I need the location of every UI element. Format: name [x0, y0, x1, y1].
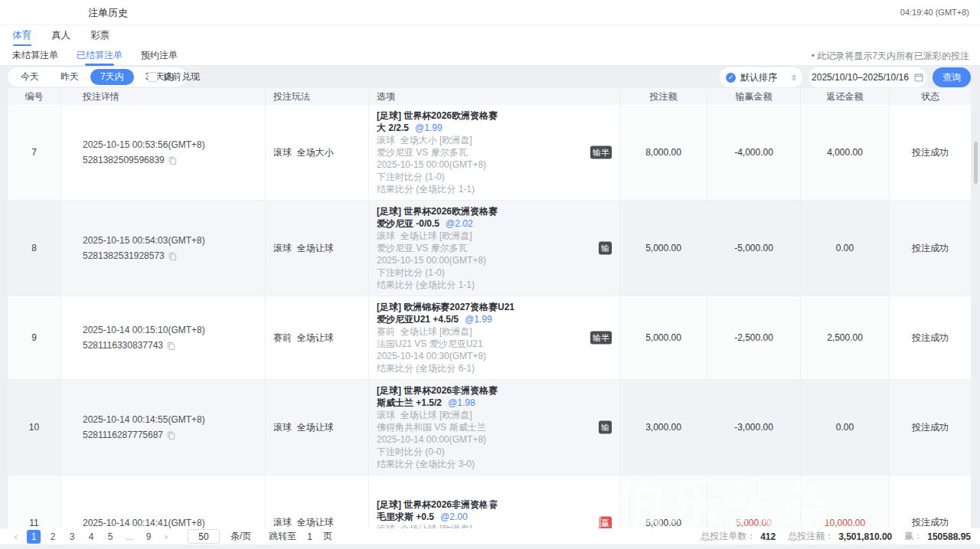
- cashout-checkbox[interactable]: [148, 72, 158, 82]
- bet-table: 编号 投注详情 投注玩法 选项 投注额 输赢金额 返还金额 状态 72025-1…: [8, 88, 971, 528]
- cell-refund-amount: 0.00: [801, 380, 890, 475]
- option-line: 斯威士兰 +1.5/2@1.98: [377, 397, 498, 409]
- option-line: 滚球 全场让球 [欧洲盘]: [377, 230, 498, 242]
- option-line: 结果比分 (全场比分 6-1): [377, 362, 514, 374]
- copy-icon[interactable]: [168, 252, 177, 260]
- page-button-9[interactable]: 9: [142, 530, 155, 544]
- result-badge: 输半: [590, 146, 612, 159]
- cell-winloss-amount: -5,000.00: [707, 201, 801, 296]
- option-line: 爱沙尼亚 -0/0.5@2.02: [377, 217, 498, 230]
- table-body: 72025-10-15 00:53:56(GMT+8)5281382509596…: [8, 105, 971, 528]
- cell-status: 投注成功: [890, 201, 971, 296]
- bet-amount: 5,000.00: [645, 243, 681, 253]
- search-button[interactable]: 查询: [933, 67, 971, 87]
- odds-value: @1.98: [448, 397, 475, 408]
- subtab-settled[interactable]: 已结算注单: [77, 47, 122, 66]
- cell-play-type: 滚球 全场让球: [266, 201, 369, 296]
- cell-winloss-amount: -3,000.00: [707, 380, 801, 475]
- main-tabs: 体育真人彩票: [0, 25, 980, 47]
- page-button-2[interactable]: 2: [46, 530, 60, 544]
- tab-lottery[interactable]: 彩票: [90, 25, 109, 47]
- bet-amount: 5,000.00: [645, 518, 681, 528]
- sort-check-icon: ✓: [726, 73, 736, 83]
- subtab-unsettled[interactable]: 未结算注单: [12, 47, 58, 66]
- option-line: 下注时比分 (1-0): [377, 171, 498, 183]
- option-lines: [足球] 世界杯2026欧洲资格赛大 2/2.5@1.99滚球 全场大小 [欧洲…: [377, 109, 498, 195]
- copy-icon[interactable]: [168, 156, 177, 165]
- cell-winloss-amount: -2,500.00: [707, 296, 801, 379]
- cell-play-type: 赛前 全场让球: [266, 296, 369, 379]
- bet-number-line: 5281116287775687: [83, 427, 205, 443]
- option-line: 法国U21 VS 爱沙尼亚U21: [377, 338, 514, 350]
- cell-play-type: 滚球 全场大小: [266, 105, 369, 200]
- option-line: [足球] 欧洲锦标赛2027资格赛U21: [377, 301, 514, 313]
- cell-option: [足球] 世界杯2026非洲资格赛毛里求斯 +0.5@2.00滚球 全场让球 […: [369, 475, 620, 528]
- odds-value: @2.02: [446, 218, 473, 229]
- jump-suffix: 页: [323, 530, 332, 543]
- cashout-label: 提前兑现: [163, 70, 200, 83]
- option-line: 佛得角共和国 VS 斯威士兰: [377, 421, 498, 433]
- cell-bet-amount: 8,000.00: [620, 105, 707, 200]
- option-line: 毛里求斯 +0.5@2.00: [377, 511, 498, 523]
- result-badge: 输: [599, 242, 612, 255]
- page-button-4[interactable]: 4: [84, 530, 98, 544]
- calendar-icon: [914, 73, 923, 82]
- cell-play-type: 滚球 全场让球: [266, 380, 369, 475]
- copy-icon[interactable]: [167, 431, 175, 440]
- bet-number: 5281382509596839: [83, 152, 165, 168]
- cell-bet-details: 2025-10-15 00:53:56(GMT+8)52813825095968…: [61, 105, 266, 200]
- stat-label: 赢：: [904, 530, 923, 543]
- option-line: 爱沙尼亚 VS 摩尔多瓦: [377, 146, 498, 158]
- sub-tabs: 未结算注单已结算注单预约注单• 此记录将显示7天内所有已派彩的投注: [0, 47, 980, 66]
- cell-option: [足球] 欧洲锦标赛2027资格赛U21爱沙尼亚U21 +4.5/5@1.99赛…: [369, 296, 620, 379]
- option-lines: [足球] 欧洲锦标赛2027资格赛U21爱沙尼亚U21 +4.5/5@1.99赛…: [377, 301, 514, 374]
- table-row: 102025-10-14 00:14:55(GMT+8)528111628777…: [8, 380, 971, 475]
- summary-stats: 总投注单数：412总投注额：3,501,810.00赢：150588.95: [693, 528, 971, 544]
- stat-value: 150588.95: [927, 531, 971, 542]
- jump-page-value[interactable]: 1: [307, 531, 312, 542]
- option-line: 结果比分 (全场比分 1-1): [377, 183, 498, 195]
- option-line: 2025-10-14 00:00(GMT+8): [377, 433, 498, 446]
- cell-bet-index: 7: [8, 105, 61, 200]
- copy-icon[interactable]: [167, 341, 175, 350]
- bet-details: 2025-10-14 00:14:55(GMT+8)52811162877756…: [83, 412, 205, 443]
- bet-time: 2025-10-15 00:54:03(GMT+8): [83, 233, 205, 248]
- refund-amount: 10,000.00: [825, 518, 865, 528]
- cell-status: 投注成功: [890, 105, 971, 200]
- prev-page-icon[interactable]: ‹: [11, 531, 21, 542]
- cell-play-type: 滚球 全场让球: [266, 475, 369, 528]
- bet-number: 5281116287775687: [83, 427, 163, 443]
- sort-select[interactable]: ✓ 默认排序: [720, 67, 802, 87]
- cell-bet-amount: 5,000.00: [620, 201, 707, 296]
- result-badge: 输半: [590, 332, 612, 345]
- quick-filter-7days[interactable]: 7天内: [90, 69, 134, 85]
- winloss-amount: -5,000.00: [734, 243, 773, 253]
- col-header-winloss: 输赢金额: [707, 88, 801, 105]
- quick-filter-today[interactable]: 今天: [10, 67, 50, 87]
- page-button-5[interactable]: 5: [103, 530, 117, 544]
- cell-bet-index: 9: [8, 296, 61, 379]
- per-page-input[interactable]: [188, 529, 220, 544]
- subtab-reserved[interactable]: 预约注单: [141, 47, 178, 66]
- page-button-3[interactable]: 3: [65, 530, 79, 544]
- stat-value: 412: [760, 531, 776, 542]
- page-button-1[interactable]: 1: [27, 530, 41, 544]
- winloss-amount: -4,000.00: [734, 147, 773, 158]
- bet-amount: 3,000.00: [645, 422, 681, 433]
- quick-filter-yesterday[interactable]: 昨天: [50, 67, 90, 87]
- tab-sports[interactable]: 体育: [12, 25, 31, 47]
- date-range-picker[interactable]: 2025/10/10–2025/10/16: [808, 67, 926, 87]
- bet-number: 5281116330837743: [83, 338, 163, 353]
- cell-option: [足球] 世界杯2026欧洲资格赛大 2/2.5@1.99滚球 全场大小 [欧洲…: [369, 105, 620, 200]
- cell-bet-details: 2025-10-15 00:54:03(GMT+8)52813825319285…: [61, 201, 266, 296]
- table-row: 82025-10-15 00:54:03(GMT+8)5281382531928…: [8, 201, 971, 296]
- cell-winloss-amount: 5,000.00: [707, 475, 801, 528]
- cell-bet-details: 2025-10-14 00:14:41(GMT+8): [61, 475, 266, 528]
- cashout-filter[interactable]: 提前兑现: [148, 67, 200, 87]
- tab-live[interactable]: 真人: [51, 25, 70, 47]
- cell-bet-amount: 3,000.00: [620, 380, 707, 475]
- cell-refund-amount: 4,000.00: [801, 105, 890, 200]
- next-page-icon[interactable]: ›: [161, 531, 172, 542]
- option-line: 下注时比分 (0-0): [377, 446, 498, 458]
- vertical-scrollbar[interactable]: [974, 142, 978, 184]
